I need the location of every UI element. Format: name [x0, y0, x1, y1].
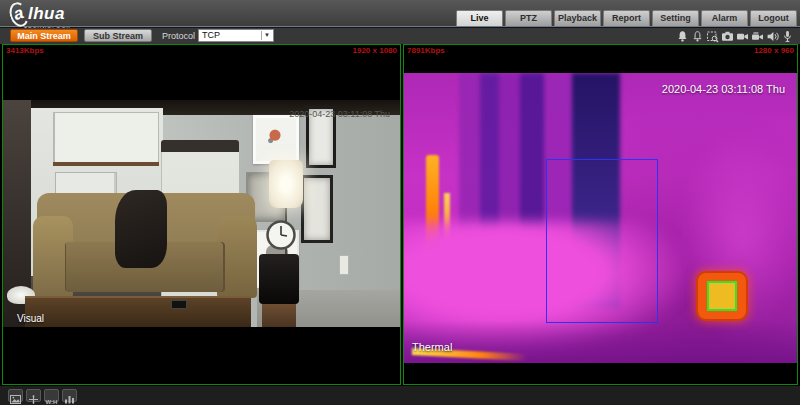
- fullscreen-icon[interactable]: [62, 389, 77, 402]
- talk-icon[interactable]: [781, 29, 794, 42]
- throw-blanket-shape: [115, 190, 167, 268]
- tab-logout[interactable]: Logout: [750, 10, 797, 26]
- triple-snapshot-icon[interactable]: [751, 29, 764, 42]
- digital-zoom-icon[interactable]: [706, 29, 719, 42]
- thermal-channel-label: Thermal: [412, 341, 452, 353]
- aspect-ratio-label: W:H: [46, 399, 58, 405]
- live-function-icons: [676, 29, 794, 42]
- image-adjustment-icon[interactable]: [8, 389, 23, 402]
- protocol-value: TCP: [202, 30, 220, 40]
- audio-icon[interactable]: [766, 29, 779, 42]
- main-stream-button[interactable]: Main Stream: [10, 29, 78, 42]
- light-switch-shape: [339, 255, 349, 275]
- header-bar: alhua TECHNOLOGY Live PTZ Playback Repor…: [0, 0, 800, 27]
- thermal-scene: [404, 73, 797, 363]
- tab-setting[interactable]: Setting: [652, 10, 699, 26]
- visual-video-panel[interactable]: 3413Kbps 1920 x 1080: [2, 44, 401, 385]
- aspect-ratio-icon[interactable]: W:H: [44, 389, 59, 402]
- chevron-down-icon: ▼: [261, 31, 272, 40]
- tab-playback[interactable]: Playback: [554, 10, 601, 26]
- thermal-video-panel[interactable]: 7891Kbps 1280 x 960 2020-04-23 03:11:08 …: [403, 44, 798, 385]
- alarm-out-1-icon[interactable]: [676, 29, 689, 42]
- visual-resolution-osd: 1920 x 1080: [353, 46, 398, 55]
- tab-report[interactable]: Report: [603, 10, 650, 26]
- protocol-select[interactable]: TCP ▼: [198, 29, 274, 42]
- thermal-resolution-osd: 1280 x 960: [754, 46, 794, 55]
- protocol-label: Protocol: [162, 31, 195, 41]
- alarm-out-2-icon[interactable]: [691, 29, 704, 42]
- stream-toolbar: Main Stream Sub Stream Protocol TCP ▼: [0, 28, 800, 44]
- tab-live[interactable]: Live: [456, 10, 503, 26]
- phone-shape: [171, 300, 187, 309]
- lamp-shade-shape: [269, 160, 303, 208]
- visual-channel-label: Visual: [17, 313, 44, 324]
- visual-bitrate-osd: 3413Kbps: [6, 46, 44, 55]
- thermal-timestamp-osd: 2020-04-23 03:11:08 Thu: [662, 83, 785, 95]
- record-icon[interactable]: [736, 29, 749, 42]
- main-nav-tabs: Live PTZ Playback Report Setting Alarm L…: [456, 10, 797, 26]
- sub-stream-button[interactable]: Sub Stream: [84, 29, 152, 42]
- hot-object-marker: [696, 271, 748, 321]
- thermal-detection-zone: [546, 159, 658, 323]
- speaker-box-shape: [259, 254, 299, 304]
- video-grid: 3413Kbps 1920 x 1080: [0, 44, 800, 386]
- tab-alarm[interactable]: Alarm: [701, 10, 748, 26]
- wall-clock-shape: [265, 219, 297, 251]
- hot-zone-green-box: [707, 281, 737, 311]
- cabinet-shape: [53, 112, 159, 164]
- logo-text: alhua: [10, 2, 71, 27]
- original-size-icon[interactable]: [26, 389, 41, 402]
- visual-scene: [3, 100, 400, 327]
- snapshot-icon[interactable]: [721, 29, 734, 42]
- status-bar: W:H: [0, 386, 800, 405]
- tab-ptz[interactable]: PTZ: [505, 10, 552, 26]
- cabinet-rail-shape: [53, 162, 159, 166]
- coffee-table-shape: [25, 296, 251, 327]
- wall-frame: [301, 175, 333, 243]
- thermal-bitrate-osd: 7891Kbps: [407, 46, 445, 55]
- wall-frame: [253, 115, 299, 164]
- visual-timestamp-osd: 2020-04-23 03:11:08 Thu: [289, 109, 390, 119]
- stool-shape: [262, 304, 296, 327]
